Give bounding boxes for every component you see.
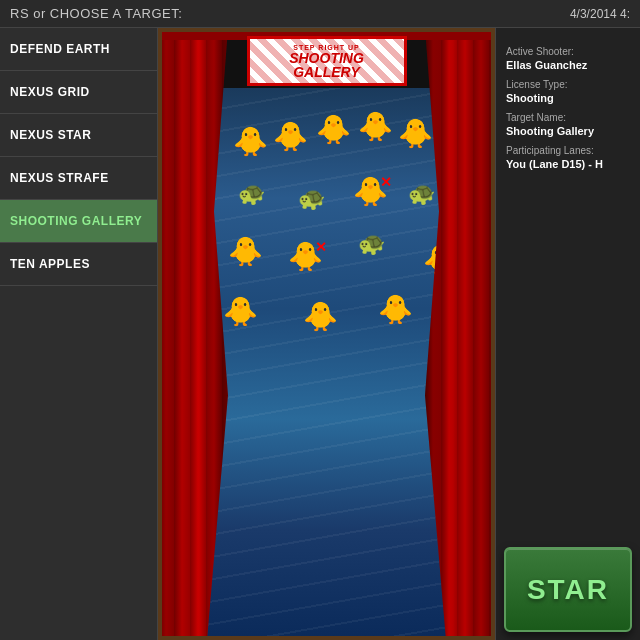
- turtle-emoji-9: 🐢: [408, 181, 435, 206]
- info-panel: Active Shooter: Ellas Guanchez License T…: [496, 28, 640, 539]
- gallery-banner: STEP RIGHT UP SHOOTING GALLERY: [247, 36, 407, 86]
- license-type-value: Shooting: [506, 92, 630, 104]
- duck-emoji-2: 🐥: [316, 114, 351, 145]
- duck-emoji-4: 🐥: [398, 118, 433, 149]
- top-bar: RS or CHOOSE A TARGET: 4/3/2014 4:: [0, 0, 640, 28]
- active-shooter-value: Ellas Guanchez: [506, 59, 630, 71]
- target-name-value: Shooting Gallery: [506, 125, 630, 137]
- target-13: 🐢: [358, 233, 385, 255]
- target-name-label: Target Name:: [506, 112, 630, 123]
- target-7: 🐢: [298, 188, 325, 210]
- target-8: 🐥✕: [353, 178, 388, 206]
- start-button[interactable]: STAR: [504, 547, 632, 632]
- duck-emoji-16: 🐥: [223, 296, 258, 327]
- duck-emoji-17: 🐥: [303, 301, 338, 332]
- target-9: 🐢: [408, 183, 435, 205]
- target-17: 🐥: [303, 303, 338, 331]
- target-0: 🐥: [233, 128, 268, 156]
- active-shooter-label: Active Shooter:: [506, 46, 630, 57]
- target-2: 🐥: [316, 116, 351, 144]
- duck-emoji-0: 🐥: [233, 126, 268, 157]
- sidebar-item-ten-apples[interactable]: TEN APPLES: [0, 243, 157, 286]
- participating-lanes-value: You (Lane D15) - H: [506, 158, 630, 170]
- turtle-emoji-6: 🐢: [238, 181, 265, 206]
- sidebar-item-nexus-strafe[interactable]: NEXUS STRAFE: [0, 157, 157, 200]
- hit-marker-8: ✕: [380, 174, 392, 190]
- duck-emoji-3: 🐥: [358, 111, 393, 142]
- target-11: 🐥: [228, 238, 263, 266]
- target-12: 🐥✕: [288, 243, 323, 271]
- license-type-label: License Type:: [506, 79, 630, 90]
- sidebar-item-shooting-gallery[interactable]: SHOOTING GALLERY: [0, 200, 157, 243]
- top-bar-title: RS or CHOOSE A TARGET:: [10, 6, 182, 21]
- target-16: 🐥: [223, 298, 258, 326]
- game-area: STEP RIGHT UP SHOOTING GALLERY 🐥🐥🐥🐥🐥🐥🐢🐢🐥…: [158, 28, 495, 640]
- main-layout: DEFEND EARTH NEXUS GRID NEXUS STAR NEXUS…: [0, 28, 640, 640]
- target-1: 🐥: [273, 123, 308, 151]
- hit-marker-12: ✕: [315, 239, 327, 255]
- target-18: 🐥: [378, 296, 413, 324]
- duck-emoji-1: 🐥: [273, 121, 308, 152]
- duck-emoji-11: 🐥: [228, 236, 263, 267]
- target-3: 🐥: [358, 113, 393, 141]
- target-4: 🐥: [398, 120, 433, 148]
- participating-lanes-label: Participating Lanes:: [506, 145, 630, 156]
- target-6: 🐢: [238, 183, 265, 205]
- datetime: 4/3/2014 4:: [570, 7, 630, 21]
- banner-main-text: SHOOTING GALLERY: [289, 51, 364, 79]
- sidebar: DEFEND EARTH NEXUS GRID NEXUS STAR NEXUS…: [0, 28, 158, 640]
- turtle-emoji-7: 🐢: [298, 186, 325, 211]
- duck-emoji-18: 🐥: [378, 294, 413, 325]
- gallery-scene: STEP RIGHT UP SHOOTING GALLERY 🐥🐥🐥🐥🐥🐥🐢🐢🐥…: [158, 28, 495, 640]
- sidebar-item-nexus-grid[interactable]: NEXUS GRID: [0, 71, 157, 114]
- turtle-emoji-13: 🐢: [358, 231, 385, 256]
- sidebar-item-defend-earth[interactable]: DEFEND EARTH: [0, 28, 157, 71]
- sidebar-item-nexus-star[interactable]: NEXUS STAR: [0, 114, 157, 157]
- right-panel: Active Shooter: Ellas Guanchez License T…: [495, 28, 640, 640]
